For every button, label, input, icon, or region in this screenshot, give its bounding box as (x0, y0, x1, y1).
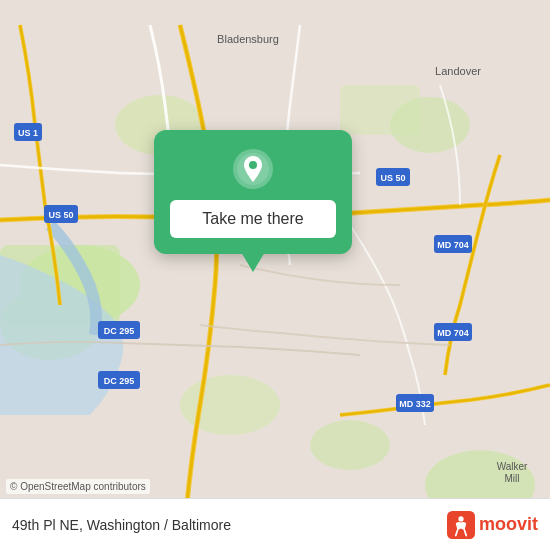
location-popup: Take me there (154, 130, 352, 254)
svg-text:MD 704: MD 704 (437, 240, 469, 250)
bottom-bar: 49th Pl NE, Washington / Baltimore moovi… (0, 498, 550, 550)
svg-point-32 (249, 161, 257, 169)
svg-text:Walker: Walker (497, 461, 528, 472)
take-me-there-button[interactable]: Take me there (170, 200, 336, 238)
svg-text:Bladensburg: Bladensburg (217, 33, 279, 45)
moovit-logo-text: moovit (479, 514, 538, 535)
svg-text:MD 704: MD 704 (437, 328, 469, 338)
svg-text:Mill: Mill (505, 473, 520, 484)
popup-tail (241, 252, 265, 272)
pin-icon (232, 148, 274, 190)
svg-rect-9 (340, 85, 420, 135)
svg-text:MD 332: MD 332 (399, 399, 431, 409)
svg-text:US 1: US 1 (18, 128, 38, 138)
svg-text:US 50: US 50 (48, 210, 73, 220)
svg-text:US 50: US 50 (380, 173, 405, 183)
map-container: US 1 US 50 US 50 MD 704 MD 704 MD 332 DC… (0, 0, 550, 550)
svg-point-5 (310, 420, 390, 470)
address-label: 49th Pl NE, Washington / Baltimore (12, 517, 231, 533)
map-background: US 1 US 50 US 50 MD 704 MD 704 MD 332 DC… (0, 0, 550, 550)
moovit-brand-icon (447, 511, 475, 539)
svg-point-34 (458, 516, 463, 521)
svg-text:DC 295: DC 295 (104, 376, 135, 386)
moovit-logo: moovit (447, 511, 538, 539)
svg-text:Landover: Landover (435, 65, 481, 77)
svg-text:DC 295: DC 295 (104, 326, 135, 336)
map-copyright: © OpenStreetMap contributors (6, 479, 150, 494)
